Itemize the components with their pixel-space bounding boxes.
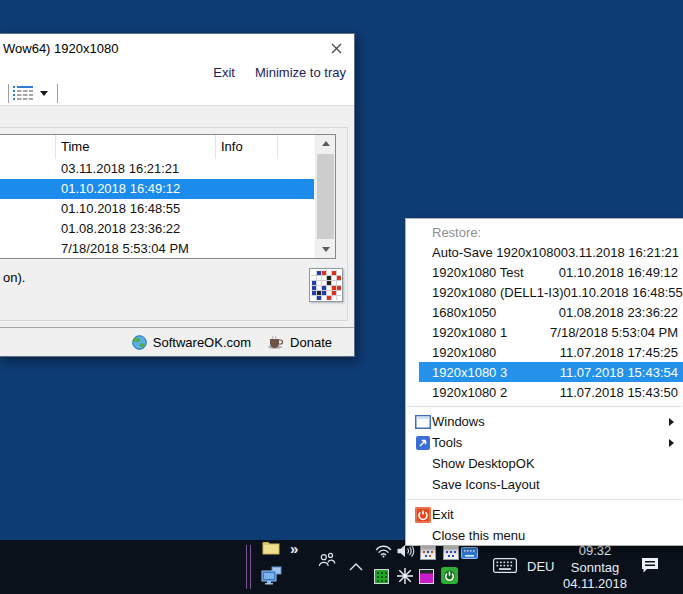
desktopok-orange-icon[interactable] <box>420 545 436 563</box>
window-icon <box>414 413 431 430</box>
list-rows: 03.11.2018 16:21:2101.10.2018 16:49:1201… <box>0 159 314 258</box>
menu-item-close-this-menu[interactable]: Close this menu <box>406 525 683 546</box>
toolbar-separator <box>8 84 9 103</box>
list-row[interactable]: 01.08.2018 23:36:22 <box>0 219 314 239</box>
action-center-icon[interactable] <box>641 557 659 576</box>
menu-bar: Exit Minimize to tray <box>0 62 354 82</box>
restore-item-1920x1080-2[interactable]: 1920x1080 211.07.2018 15:43:50 <box>406 382 683 402</box>
restore-item-name: Auto-Save 1920x1080 <box>406 245 561 260</box>
touch-keyboard-icon[interactable] <box>461 547 478 562</box>
window-title: Wow64) 1920x1080 <box>3 41 118 56</box>
menu-item-label: Save Icons-Layout <box>406 477 540 492</box>
restore-item-1920x1080-3[interactable]: 1920x1080 311.07.2018 15:43:54 <box>419 362 683 382</box>
list-scrollbar[interactable] <box>315 135 335 258</box>
globe-icon <box>132 335 147 350</box>
menu-item-label: Show DesktopOK <box>406 456 535 471</box>
menu-separator <box>407 499 682 500</box>
tray-overflow-chevron[interactable]: » <box>290 540 298 557</box>
restore-item-date: 7/18/2018 5:53:04 PM <box>550 325 683 340</box>
green-power-icon[interactable] <box>441 567 458 587</box>
restore-item-name: 1920x1080 (DELL1-I3) <box>406 285 564 300</box>
donate-label: Donate <box>290 335 332 350</box>
close-button[interactable] <box>326 39 346 57</box>
menu-item-show-desktopok[interactable]: Show DesktopOK <box>406 453 683 474</box>
menu-item-save-icons-layout[interactable]: Save Icons-Layout <box>406 474 683 495</box>
status-bar: SoftwareOK.com Donate <box>0 329 354 355</box>
column-header-time[interactable]: Time <box>56 135 216 159</box>
close-icon <box>331 43 342 54</box>
network-computer-icon[interactable] <box>260 566 283 588</box>
restore-item-date: 11.07.2018 17:45:25 <box>560 345 683 360</box>
restore-item-date: 11.07.2018 15:43:50 <box>560 385 683 400</box>
folder-icon[interactable] <box>262 541 280 558</box>
screen: { "window": { "title": "Wow64) 1920x1080… <box>0 0 683 594</box>
restore-item-name: 1920x1080 3 <box>419 365 560 380</box>
list-view-icon <box>13 85 35 102</box>
desktopok-blue-icon[interactable] <box>443 545 459 563</box>
restore-item-name: 1920x1080 <box>406 345 560 360</box>
softwareok-link[interactable]: SoftwareOK.com <box>132 335 251 350</box>
magenta-app-icon[interactable] <box>419 569 434 587</box>
asterisk-icon[interactable] <box>396 567 414 588</box>
restore-item-name: 1920x1080 1 <box>406 325 550 340</box>
scrollbar-down-button[interactable] <box>316 241 335 258</box>
list-header: Time Info <box>0 135 335 159</box>
restore-item-date: 01.10.2018 16:48:55 <box>564 285 683 300</box>
coffee-icon <box>267 336 284 349</box>
menu-minimize-to-tray[interactable]: Minimize to tray <box>255 65 346 80</box>
list-row[interactable]: 01.10.2018 16:49:12 <box>0 179 314 199</box>
green-grid-icon[interactable] <box>374 569 389 587</box>
view-mode-button[interactable] <box>13 84 57 103</box>
tools-icon <box>414 434 431 451</box>
menu-item-windows[interactable]: Windows <box>406 411 683 432</box>
restore-item-name: 1920x1080 2 <box>406 385 560 400</box>
wifi-icon[interactable] <box>375 545 392 561</box>
restore-item-1920x1080[interactable]: 1920x108011.07.2018 17:45:25 <box>406 342 683 362</box>
title-bar[interactable]: Wow64) 1920x1080 <box>0 34 354 62</box>
list-row[interactable]: 01.10.2018 16:48:55 <box>0 199 314 219</box>
clock-date[interactable]: 04.11.2018 <box>548 576 642 591</box>
menu-separator <box>407 406 682 407</box>
taskbar[interactable]: » <box>0 540 683 594</box>
column-header-info[interactable]: Info <box>216 135 278 159</box>
note-text: on). <box>3 270 25 285</box>
restore-item-1680x1050[interactable]: 1680x105001.08.2018 23:36:22 <box>406 302 683 322</box>
column-header-name[interactable] <box>0 135 56 159</box>
arrow-up-icon <box>322 141 330 146</box>
menu-item-exit[interactable]: Exit <box>406 504 683 525</box>
menu-item-tools[interactable]: Tools <box>406 432 683 453</box>
arrow-down-icon <box>322 247 330 252</box>
chevron-up-icon[interactable] <box>349 559 363 574</box>
scrollbar-up-button[interactable] <box>316 135 335 152</box>
donate-link[interactable]: Donate <box>267 335 332 350</box>
restore-items: Auto-Save 1920x108003.11.2018 16:21:2119… <box>406 242 683 402</box>
restore-item-auto-save-1920x1080[interactable]: Auto-Save 1920x108003.11.2018 16:21:21 <box>406 242 683 262</box>
menu-footer: ExitClose this menu <box>406 504 683 546</box>
tray-context-menu: Restore: Auto-Save 1920x108003.11.2018 1… <box>405 218 683 546</box>
scrollbar-thumb[interactable] <box>317 154 334 239</box>
power-icon <box>414 506 431 523</box>
menu-exit[interactable]: Exit <box>213 65 235 80</box>
volume-icon[interactable] <box>397 544 415 561</box>
restore-item-1920x1080-dell1-i3[interactable]: 1920x1080 (DELL1-I3)01.10.2018 16:48:55 <box>406 282 683 302</box>
restore-item-name: 1920x1080 Test <box>406 265 559 280</box>
list-row[interactable]: 03.11.2018 16:21:21 <box>0 159 314 179</box>
saved-layouts-list[interactable]: Time Info 03.11.2018 16:21:2101.10.2018 … <box>0 134 336 259</box>
menu-item-label: Close this menu <box>406 528 525 543</box>
clock-day[interactable]: Sonntag <box>550 560 640 575</box>
people-icon[interactable] <box>318 552 336 570</box>
restore-item-date: 01.10.2018 16:49:12 <box>559 265 683 280</box>
keyboard-icon[interactable] <box>493 558 517 576</box>
restore-item-date: 01.08.2018 23:36:22 <box>559 305 683 320</box>
taskbar-grip[interactable] <box>246 545 251 589</box>
restore-item-name: 1680x1050 <box>406 305 559 320</box>
toolbar-separator <box>57 84 58 103</box>
toolbar <box>0 82 354 105</box>
restore-item-1920x1080-test[interactable]: 1920x1080 Test01.10.2018 16:49:12 <box>406 262 683 282</box>
restore-item-1920x1080-1[interactable]: 1920x1080 17/18/2018 5:53:04 PM <box>406 322 683 342</box>
menu-actions: WindowsToolsShow DesktopOKSave Icons-Lay… <box>406 411 683 495</box>
dropdown-caret-icon <box>40 91 48 96</box>
restore-header: Restore: <box>406 222 683 242</box>
list-row[interactable]: 7/18/2018 5:53:04 PM <box>0 239 314 259</box>
desktopok-window: Wow64) 1920x1080 Exit Minimize to tray <box>0 33 355 357</box>
